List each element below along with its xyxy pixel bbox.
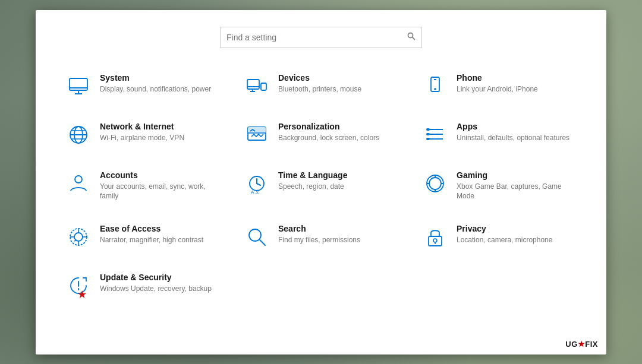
update-desc: Windows Update, recovery, backup <box>100 284 212 294</box>
privacy-icon <box>422 224 448 250</box>
apps-text: Apps Uninstall, defaults, optional featu… <box>457 122 569 143</box>
gaming-title: Gaming <box>457 170 577 180</box>
svg-line-1 <box>413 37 416 40</box>
system-text: System Display, sound, notifications, po… <box>100 73 211 94</box>
svg-point-49 <box>433 239 437 242</box>
accounts-title: Accounts <box>100 170 220 180</box>
ease-desc: Narrator, magnifier, high contrast <box>100 235 203 245</box>
system-desc: Display, sound, notifications, power <box>100 84 211 94</box>
phone-text: Phone Link your Android, iPhone <box>457 73 538 94</box>
network-text: Network & Internet Wi-Fi, airplane mode,… <box>100 122 184 143</box>
gaming-text: Gaming Xbox Game Bar, captures, Game Mod… <box>457 170 577 202</box>
setting-apps[interactable]: Apps Uninstall, defaults, optional featu… <box>416 113 583 156</box>
svg-text:A: A <box>251 189 254 195</box>
setting-devices[interactable]: Devices Bluetooth, printers, mouse <box>238 65 404 107</box>
system-icon <box>65 73 92 99</box>
search-desc: Find my files, permissions <box>278 235 360 245</box>
network-title: Network & Internet <box>100 122 184 131</box>
svg-rect-2 <box>70 78 87 90</box>
personalization-text: Personalization Background, lock screen,… <box>278 122 379 143</box>
devices-desc: Bluetooth, printers, mouse <box>278 84 361 94</box>
svg-point-13 <box>435 88 436 89</box>
devices-text: Devices Bluetooth, printers, mouse <box>278 73 361 94</box>
setting-personalization[interactable]: Personalization Background, lock screen,… <box>238 113 404 156</box>
privacy-desc: Location, camera, microphone <box>457 235 552 245</box>
accounts-desc: Your accounts, email, sync, work, family <box>100 182 220 202</box>
setting-gaming[interactable]: Gaming Xbox Game Bar, captures, Game Mod… <box>416 162 583 210</box>
settings-grid: System Display, sound, notifications, po… <box>59 65 583 308</box>
svg-line-47 <box>259 239 265 245</box>
settings-window: System Display, sound, notifications, po… <box>36 10 606 354</box>
gaming-icon <box>422 170 448 197</box>
personalization-icon <box>244 122 270 148</box>
setting-time[interactable]: A 文 Time & Language Speech, region, date <box>238 162 404 210</box>
apps-title: Apps <box>457 122 569 131</box>
watermark: UG★FIX <box>565 340 598 349</box>
devices-title: Devices <box>278 73 361 83</box>
phone-icon <box>422 73 448 99</box>
ease-text: Ease of Access Narrator, magnifier, high… <box>100 224 203 245</box>
setting-search[interactable]: Search Find my files, permissions <box>238 216 404 258</box>
svg-point-41 <box>74 233 83 241</box>
privacy-title: Privacy <box>457 224 552 233</box>
apps-icon <box>422 122 448 148</box>
gaming-desc: Xbox Game Bar, captures, Game Mode <box>457 182 577 202</box>
setting-network[interactable]: Network & Internet Wi-Fi, airplane mode,… <box>59 113 226 156</box>
privacy-text: Privacy Location, camera, microphone <box>457 224 552 245</box>
personalization-desc: Background, lock screen, colors <box>278 133 379 143</box>
red-star-badge: ★ <box>77 289 87 300</box>
apps-desc: Uninstall, defaults, optional features <box>457 133 569 143</box>
search-text: Search Find my files, permissions <box>278 224 360 245</box>
setting-privacy[interactable]: Privacy Location, camera, microphone <box>416 216 583 258</box>
svg-text:文: 文 <box>255 189 260 195</box>
search-settings-icon <box>244 224 270 250</box>
search-input[interactable] <box>226 33 407 42</box>
setting-phone[interactable]: Phone Link your Android, iPhone <box>416 65 583 107</box>
search-icon <box>407 32 416 42</box>
update-text: Update & Security Windows Update, recove… <box>100 273 212 294</box>
ease-icon <box>65 224 92 250</box>
phone-desc: Link your Android, iPhone <box>457 84 538 94</box>
time-icon: A 文 <box>244 170 270 197</box>
svg-rect-48 <box>429 236 442 246</box>
setting-system[interactable]: System Display, sound, notifications, po… <box>59 65 226 107</box>
setting-update[interactable]: Update & Security Windows Update, recove… <box>59 264 226 307</box>
devices-icon <box>244 73 270 99</box>
system-title: System <box>100 73 211 83</box>
watermark-star: ★ <box>578 340 586 349</box>
svg-point-28 <box>75 176 82 183</box>
search-title: Search <box>278 224 360 233</box>
update-title: Update & Security <box>100 273 212 282</box>
phone-title: Phone <box>457 73 538 83</box>
time-text: Time & Language Speech, region, date <box>278 170 347 192</box>
search-bar[interactable] <box>220 27 422 48</box>
personalization-title: Personalization <box>278 122 379 131</box>
svg-point-35 <box>429 178 441 189</box>
network-icon <box>65 122 92 148</box>
setting-ease[interactable]: Ease of Access Narrator, magnifier, high… <box>59 216 226 258</box>
svg-rect-6 <box>247 80 259 89</box>
time-title: Time & Language <box>278 170 347 180</box>
svg-rect-20 <box>248 127 266 133</box>
time-desc: Speech, region, date <box>278 182 347 192</box>
svg-point-0 <box>408 33 413 38</box>
accounts-icon <box>65 170 92 197</box>
svg-line-31 <box>257 183 260 185</box>
svg-rect-7 <box>261 83 266 90</box>
network-desc: Wi-Fi, airplane mode, VPN <box>100 133 184 143</box>
accounts-text: Accounts Your accounts, email, sync, wor… <box>100 170 220 202</box>
ease-title: Ease of Access <box>100 224 203 233</box>
setting-accounts[interactable]: Accounts Your accounts, email, sync, wor… <box>59 162 226 210</box>
